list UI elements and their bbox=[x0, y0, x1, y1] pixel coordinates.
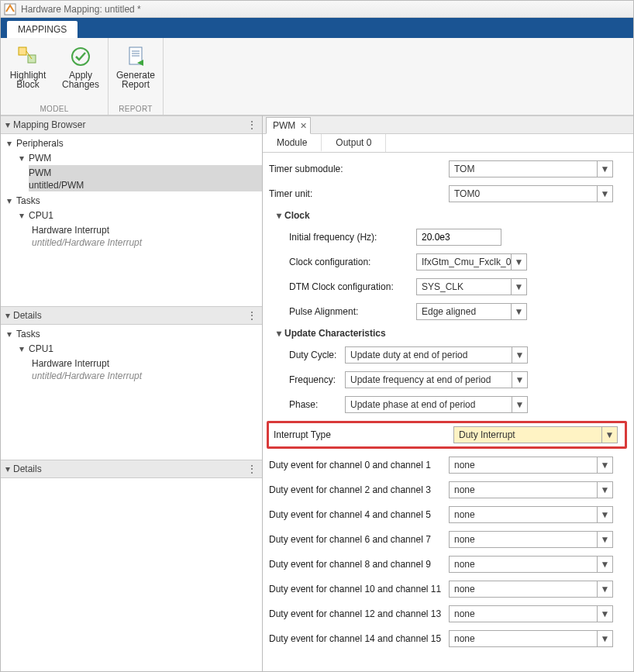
row-timer-submodule: Timer submodule: TOM ▼ bbox=[269, 160, 627, 177]
tree-pwm-item[interactable]: PWM bbox=[29, 166, 262, 180]
chevron-down-icon: ▼ bbox=[512, 347, 527, 363]
label-duty-event: Duty event for channel 14 and channel 15 bbox=[269, 633, 449, 644]
apply-changes-label: Apply Changes bbox=[62, 71, 99, 89]
chevron-down-icon: ▼ bbox=[597, 507, 612, 522]
highlight-block-button[interactable]: Highlight Block bbox=[5, 41, 50, 103]
combo-timer-submodule[interactable]: TOM ▼ bbox=[449, 160, 613, 177]
combo-duty-event[interactable]: none▼ bbox=[449, 481, 613, 498]
label-interrupt-type: Interrupt Type bbox=[274, 429, 453, 440]
tree-peripherals[interactable]: ▾ Peripherals bbox=[4, 136, 262, 150]
doc-tab-pwm[interactable]: PWM ✕ bbox=[266, 117, 311, 134]
ribbon-tabstrip: MAPPINGS bbox=[1, 18, 633, 38]
section-update-characteristics[interactable]: ▾ Update Characteristics bbox=[269, 328, 627, 339]
row-duty-event: Duty event for channel 10 and channel 11… bbox=[269, 581, 627, 598]
generate-report-button[interactable]: Generate Report bbox=[113, 41, 158, 103]
details-tasks[interactable]: ▾ Tasks bbox=[4, 327, 262, 341]
chevron-down-icon: ▼ bbox=[512, 372, 527, 388]
label-pulse-alignment: Pulse Alignment: bbox=[289, 306, 416, 317]
tab-output0[interactable]: Output 0 bbox=[322, 134, 386, 152]
chevron-down-icon: ▾ bbox=[19, 210, 29, 221]
row-duty-event: Duty event for channel 8 and channel 9no… bbox=[269, 556, 627, 573]
chevron-down-icon: ▾ bbox=[7, 329, 16, 339]
svg-rect-1 bbox=[19, 47, 26, 55]
details-header-2[interactable]: ▾ Details ⋮ bbox=[1, 460, 262, 478]
chevron-down-icon: ▾ bbox=[19, 153, 29, 164]
row-interrupt-type-highlight: Interrupt Type Duty Interrupt ▼ bbox=[267, 421, 627, 449]
main-area: ▾ Mapping Browser ⋮ ▾ Peripherals bbox=[1, 115, 633, 672]
combo-duty-event[interactable]: none▼ bbox=[449, 531, 613, 548]
row-duty-event: Duty event for channel 14 and channel 15… bbox=[269, 630, 627, 647]
window-titlebar: Hardware Mapping: untitled * bbox=[1, 1, 633, 18]
tree-hw-interrupt-path: untitled/Hardware Interrupt bbox=[32, 237, 142, 248]
label-duty-event: Duty event for channel 10 and channel 11 bbox=[269, 584, 449, 594]
ribbon-group-model-caption: MODEL bbox=[40, 105, 68, 113]
chevron-down-icon: ▼ bbox=[597, 631, 612, 646]
tab-module[interactable]: Module bbox=[263, 134, 322, 152]
tab-mappings[interactable]: MAPPINGS bbox=[7, 21, 78, 38]
details-body-2 bbox=[1, 478, 262, 672]
row-duty-event: Duty event for channel 6 and channel 7no… bbox=[269, 531, 627, 548]
combo-phase[interactable]: Update phase at end of period ▼ bbox=[345, 396, 528, 413]
combo-timer-unit[interactable]: TOM0 ▼ bbox=[449, 185, 613, 202]
chevron-down-icon: ▼ bbox=[512, 397, 527, 412]
tree-hw-interrupt[interactable]: Hardware Interrupt bbox=[29, 223, 262, 237]
chevron-down-icon: ▾ bbox=[277, 328, 281, 339]
chevron-down-icon: ▼ bbox=[601, 427, 617, 443]
close-icon[interactable]: ✕ bbox=[300, 121, 307, 131]
details-hw-interrupt[interactable]: Hardware Interrupt bbox=[29, 357, 262, 370]
tree-cpu1[interactable]: ▾ CPU1 bbox=[16, 208, 262, 222]
combo-duty-event[interactable]: none▼ bbox=[449, 556, 613, 573]
combo-duty-event[interactable]: none▼ bbox=[449, 630, 613, 647]
row-frequency: Frequency: Update frequency at end of pe… bbox=[269, 371, 627, 388]
tree-pwm-group[interactable]: ▾ PWM bbox=[16, 151, 262, 165]
combo-duty-event[interactable]: none▼ bbox=[449, 506, 613, 523]
combo-clock-config[interactable]: IfxGtm_Cmu_Fxclk_0 ▼ bbox=[416, 253, 527, 271]
details-header-1[interactable]: ▾ Details ⋮ bbox=[1, 306, 262, 325]
details-tree-1[interactable]: ▾ Tasks ▾ CPU1 Hardware Interrupt bbox=[1, 325, 262, 460]
chevron-down-icon: ▼ bbox=[597, 457, 612, 473]
details-title-1: Details bbox=[13, 310, 42, 321]
chevron-down-icon: ▾ bbox=[7, 138, 16, 149]
chevron-down-icon: ▼ bbox=[597, 606, 612, 622]
chevron-down-icon: ▾ bbox=[7, 195, 16, 206]
row-interrupt-type: Interrupt Type Duty Interrupt ▼ bbox=[274, 426, 620, 443]
apply-changes-button[interactable]: Apply Changes bbox=[58, 41, 103, 103]
combo-duty-cycle[interactable]: Update duty at end of period ▼ bbox=[345, 346, 528, 364]
combo-duty-event[interactable]: none▼ bbox=[449, 605, 613, 622]
section-clock[interactable]: ▾ Clock bbox=[269, 210, 627, 221]
panel-menu-icon[interactable]: ⋮ bbox=[246, 312, 257, 319]
combo-interrupt-type[interactable]: Duty Interrupt ▼ bbox=[453, 426, 618, 443]
chevron-down-icon: ▾ bbox=[5, 310, 10, 321]
highlight-block-label: Highlight Block bbox=[10, 71, 47, 89]
label-timer-submodule: Timer submodule: bbox=[269, 164, 449, 174]
details-hw-interrupt-path: untitled/Hardware Interrupt bbox=[32, 370, 142, 381]
details-cpu1[interactable]: ▾ CPU1 bbox=[16, 342, 262, 356]
mapping-browser-tree[interactable]: ▾ Peripherals ▾ PWM bbox=[1, 134, 262, 306]
row-duty-cycle: Duty Cycle: Update duty at end of period… bbox=[269, 346, 627, 364]
combo-pulse-alignment[interactable]: Edge aligned ▼ bbox=[416, 303, 527, 320]
duty-events-list: Duty event for channel 0 and channel 1no… bbox=[269, 457, 627, 647]
label-duty-event: Duty event for channel 0 and channel 1 bbox=[269, 460, 449, 470]
row-clock-config: Clock configuration: IfxGtm_Cmu_Fxclk_0 … bbox=[289, 253, 627, 271]
combo-duty-event[interactable]: none▼ bbox=[449, 457, 613, 474]
label-duty-event: Duty event for channel 12 and channel 13 bbox=[269, 608, 449, 619]
chevron-down-icon: ▼ bbox=[597, 186, 612, 202]
input-initial-frequency[interactable] bbox=[416, 229, 501, 246]
combo-dtm-clock-config[interactable]: SYS_CLK ▼ bbox=[416, 278, 527, 295]
details-panel-1: ▾ Details ⋮ ▾ Tasks ▾ CPU1 bbox=[1, 306, 262, 460]
mapping-browser-title: Mapping Browser bbox=[13, 119, 85, 130]
details-title-2: Details bbox=[13, 464, 42, 474]
row-duty-event: Duty event for channel 2 and channel 3no… bbox=[269, 481, 627, 498]
document-tabstrip: PWM ✕ bbox=[263, 115, 633, 134]
ribbon-group-report: Generate Report REPORT bbox=[109, 38, 164, 115]
mapping-browser-header[interactable]: ▾ Mapping Browser ⋮ bbox=[1, 115, 262, 134]
panel-menu-icon[interactable]: ⋮ bbox=[246, 465, 257, 473]
label-frequency: Frequency: bbox=[269, 374, 345, 385]
tree-pwm-path: untitled/PWM bbox=[29, 180, 262, 191]
combo-frequency[interactable]: Update frequency at end of period ▼ bbox=[345, 371, 528, 388]
chevron-down-icon: ▼ bbox=[597, 161, 612, 177]
panel-menu-icon[interactable]: ⋮ bbox=[246, 121, 257, 129]
tree-tasks[interactable]: ▾ Tasks bbox=[4, 194, 262, 208]
combo-duty-event[interactable]: none▼ bbox=[449, 581, 613, 598]
blocks-icon bbox=[16, 44, 40, 69]
